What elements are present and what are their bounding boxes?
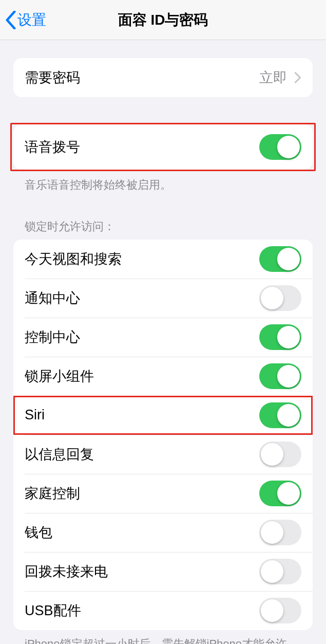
toggle-knob: [261, 521, 283, 544]
lock-access-row[interactable]: Siri: [13, 396, 313, 435]
lock-access-footer: iPhone锁定超过一小时后，需先解锁iPhone才能允许USB配件连接。: [13, 630, 313, 644]
toggle-knob: [277, 404, 300, 427]
lock-access-item-label: 以信息回复: [25, 445, 94, 464]
lock-access-item-toggle[interactable]: [259, 598, 301, 623]
lock-access-list: 今天视图和搜索通知中心控制中心锁屏小组件Siri以信息回复家庭控制钱包回拨未接来…: [13, 240, 313, 630]
lock-access-item-label: 控制中心: [25, 328, 80, 346]
voice-dial-label: 语音拨号: [25, 138, 80, 156]
chevron-right-icon: [294, 71, 301, 84]
back-button[interactable]: 设置: [5, 10, 46, 30]
nav-header: 设置 面容 ID与密码: [0, 0, 326, 40]
lock-access-item-label: 回拨未接来电: [25, 562, 108, 581]
content-area: 需要密码 立即 语音拨号 音乐语音控制将始终被启用。: [0, 58, 326, 644]
toggle-knob: [277, 248, 300, 270]
lock-access-row[interactable]: 钱包: [13, 513, 313, 552]
lock-access-item-label: 通知中心: [25, 289, 80, 307]
lock-access-item-label: USB配件: [25, 601, 81, 620]
lock-access-item-toggle[interactable]: [259, 559, 301, 584]
passcode-group: 需要密码 立即: [13, 58, 313, 97]
voice-dial-toggle[interactable]: [259, 134, 301, 160]
lock-access-row[interactable]: 锁屏小组件: [13, 357, 313, 396]
lock-access-header: 锁定时允许访问：: [13, 219, 313, 240]
toggle-knob: [261, 287, 283, 309]
voice-dial-group: 语音拨号 音乐语音控制将始终被启用。: [13, 123, 313, 193]
lock-access-row[interactable]: 回拨未接来电: [13, 552, 313, 591]
lock-access-item-toggle[interactable]: [259, 441, 301, 467]
lock-access-item-label: 家庭控制: [25, 484, 80, 503]
back-button-label: 设置: [17, 10, 46, 30]
lock-access-item-label: 今天视图和搜索: [25, 250, 122, 268]
lock-access-row[interactable]: 通知中心: [13, 279, 313, 318]
lock-access-item-label: Siri: [25, 407, 45, 423]
voice-dial-highlight: 语音拨号: [10, 123, 316, 171]
lock-access-row[interactable]: USB配件: [13, 591, 313, 630]
toggle-knob: [277, 136, 300, 158]
lock-access-item-toggle[interactable]: [259, 324, 301, 350]
page-title: 面容 ID与密码: [118, 10, 208, 30]
toggle-knob: [261, 443, 283, 466]
chevron-left-icon: [5, 11, 16, 29]
toggle-knob: [261, 560, 283, 583]
lock-access-item-toggle[interactable]: [259, 520, 301, 545]
lock-access-row[interactable]: 以信息回复: [13, 435, 313, 474]
toggle-knob: [261, 599, 283, 622]
toggle-knob: [277, 365, 300, 388]
voice-dial-row[interactable]: 语音拨号: [13, 124, 313, 170]
lock-access-item-toggle[interactable]: [259, 402, 301, 428]
require-passcode-value: 立即: [259, 68, 287, 87]
toggle-knob: [277, 482, 300, 505]
lock-access-row[interactable]: 控制中心: [13, 318, 313, 357]
require-passcode-label: 需要密码: [25, 68, 80, 87]
lock-access-group: 锁定时允许访问： 今天视图和搜索通知中心控制中心锁屏小组件Siri以信息回复家庭…: [13, 219, 313, 644]
lock-access-item-toggle[interactable]: [259, 481, 301, 506]
lock-access-item-label: 锁屏小组件: [25, 367, 94, 385]
voice-dial-footer: 音乐语音控制将始终被启用。: [13, 171, 313, 193]
toggle-knob: [277, 326, 300, 348]
lock-access-row[interactable]: 家庭控制: [13, 474, 313, 513]
lock-access-row[interactable]: 今天视图和搜索: [13, 240, 313, 279]
require-passcode-row[interactable]: 需要密码 立即: [13, 58, 313, 97]
lock-access-item-toggle[interactable]: [259, 363, 301, 389]
lock-access-item-label: 钱包: [25, 523, 52, 542]
lock-access-item-toggle[interactable]: [259, 285, 301, 311]
lock-access-item-toggle[interactable]: [259, 246, 301, 272]
